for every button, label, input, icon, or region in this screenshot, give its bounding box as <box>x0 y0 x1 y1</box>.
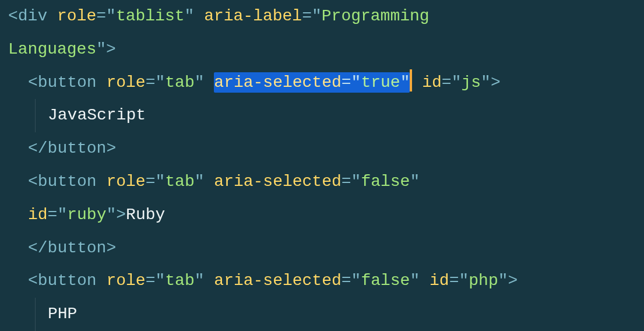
selection-highlight[interactable]: aria-selected="true" <box>214 72 410 93</box>
quote: " <box>96 40 106 58</box>
equals: = <box>96 7 106 25</box>
quote: " <box>498 272 508 290</box>
attr-name: role <box>106 172 145 191</box>
attr-value: false <box>361 172 410 191</box>
equals: = <box>342 73 351 91</box>
space <box>420 272 430 290</box>
punct: > <box>106 139 116 157</box>
quote: " <box>459 272 469 290</box>
code-line[interactable]: <button role="tab" aria-selected="false"… <box>8 265 636 298</box>
punct: < <box>8 7 18 25</box>
quote: " <box>312 7 322 25</box>
code-line[interactable]: PHP <box>8 298 636 331</box>
code-line[interactable]: id="ruby">Ruby <box>8 199 636 232</box>
code-line[interactable]: </button> <box>8 132 636 165</box>
attr-name: aria-selected <box>214 73 341 91</box>
quote: " <box>155 73 165 91</box>
tag-name: button <box>48 139 107 157</box>
quote: " <box>400 73 410 91</box>
code-line[interactable]: </button> <box>8 232 636 265</box>
space <box>205 73 214 91</box>
equals: = <box>302 7 312 25</box>
attr-name: aria-label <box>204 7 302 25</box>
space <box>97 73 107 91</box>
quote: " <box>57 206 67 224</box>
space <box>412 73 422 91</box>
quote: " <box>410 272 420 290</box>
quote: " <box>195 272 205 290</box>
space <box>97 172 107 191</box>
attr-value: true <box>361 73 400 91</box>
equals: = <box>342 272 351 290</box>
equals: = <box>146 73 156 91</box>
code-editor[interactable]: <div role="tablist" aria-label="Programm… <box>0 0 644 331</box>
tag-name: div <box>18 7 47 25</box>
quote: " <box>452 73 462 91</box>
attr-name: id <box>430 272 449 290</box>
tag-name: button <box>38 272 97 290</box>
equals: = <box>442 73 452 91</box>
equals: = <box>48 206 58 224</box>
equals: = <box>342 172 351 191</box>
attr-name: id <box>422 73 442 91</box>
punct: < <box>28 272 38 290</box>
quote: " <box>155 172 165 191</box>
quote: " <box>195 73 205 91</box>
attr-value: tab <box>165 73 194 91</box>
attr-name: role <box>106 272 145 290</box>
attr-value: tablist <box>116 7 185 25</box>
tag-name: button <box>38 73 97 91</box>
code-line[interactable]: <div role="tablist" aria-label="Programm… <box>8 0 636 33</box>
attr-name: id <box>28 206 48 224</box>
punct: < <box>28 172 38 191</box>
space <box>205 172 214 191</box>
punct: < <box>28 73 38 91</box>
equals: = <box>146 172 156 191</box>
attr-value: Programming <box>322 7 439 25</box>
quote: " <box>106 7 116 25</box>
quote: " <box>351 73 361 91</box>
quote: " <box>155 272 165 290</box>
attr-value: js <box>461 73 481 91</box>
space <box>97 272 107 290</box>
attr-value: tab <box>165 272 194 290</box>
quote: " <box>185 7 195 25</box>
attr-name: aria-selected <box>214 272 341 290</box>
space <box>47 7 57 25</box>
quote: " <box>106 206 116 224</box>
tag-name: button <box>38 172 97 191</box>
attr-value: php <box>469 272 498 290</box>
quote: " <box>351 272 361 290</box>
attr-value: ruby <box>67 206 106 224</box>
space <box>205 272 214 290</box>
text-node: JavaScript <box>48 106 146 124</box>
attr-value: tab <box>165 172 194 191</box>
code-line[interactable]: JavaScript <box>8 99 636 132</box>
text-node: PHP <box>48 305 77 323</box>
punct: > <box>106 40 116 58</box>
punct: </ <box>28 239 48 257</box>
punct: > <box>508 272 518 290</box>
attr-name: role <box>57 7 96 25</box>
equals: = <box>146 272 156 290</box>
code-line[interactable]: <button role="tab" aria-selected="false" <box>8 165 636 199</box>
attr-name: role <box>106 73 145 91</box>
punct: > <box>106 239 116 257</box>
attr-value: Languages <box>8 40 96 58</box>
punct: > <box>116 206 126 224</box>
quote: " <box>351 172 361 191</box>
tag-name: button <box>48 239 107 257</box>
quote: " <box>410 172 420 191</box>
quote: " <box>481 73 491 91</box>
punct: </ <box>28 139 48 157</box>
equals: = <box>449 272 459 290</box>
space <box>194 7 204 25</box>
attr-name: aria-selected <box>214 172 341 191</box>
punct: > <box>491 73 501 91</box>
code-line[interactable]: Languages"> <box>8 33 636 66</box>
quote: " <box>195 172 205 191</box>
code-line[interactable]: <button role="tab" aria-selected="true" … <box>8 66 636 100</box>
attr-value: false <box>361 272 410 290</box>
text-node: Ruby <box>126 206 165 224</box>
